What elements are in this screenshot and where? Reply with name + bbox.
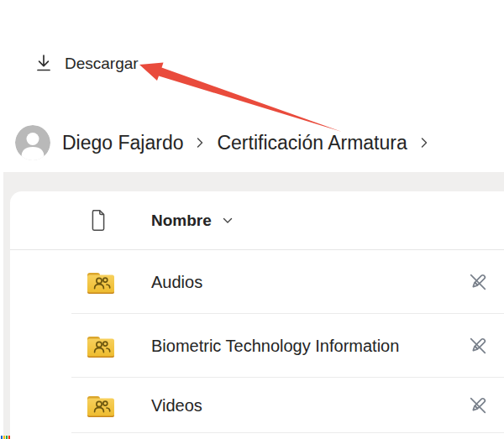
download-button[interactable]: Descargar (30, 50, 144, 76)
file-row[interactable]: Biometric Technology Information (10, 314, 504, 378)
avatar (15, 125, 50, 160)
onedrive-page: Descargar Diego Fajardo Certificación Ar… (0, 0, 504, 439)
shared-folder-icon (86, 332, 116, 360)
breadcrumb: Diego Fajardo Certificación Armatura (15, 125, 429, 160)
clipped-app-logo-fragment (1, 436, 10, 439)
edit-blocked-icon (467, 271, 489, 293)
type-column-header[interactable] (87, 209, 109, 232)
file-list-header: Nombre (10, 191, 504, 250)
shared-folder-icon (86, 391, 116, 420)
file-row[interactable]: Videos (10, 378, 504, 433)
name-column-header[interactable]: Nombre (151, 212, 233, 230)
breadcrumb-item-diego-fajardo[interactable]: Diego Fajardo (62, 132, 183, 154)
download-icon (35, 54, 52, 73)
shared-folder-icon (86, 268, 116, 296)
edit-blocked-icon (467, 395, 489, 416)
edit-blocked-icon (467, 335, 489, 357)
chevron-right-icon (195, 135, 205, 150)
chevron-right-icon (419, 135, 429, 150)
name-column-label: Nombre (151, 212, 212, 230)
file-name[interactable]: Videos (151, 396, 202, 415)
row-separator (71, 432, 504, 433)
chevron-down-icon (223, 217, 233, 224)
file-list-card: Nombre (10, 191, 504, 439)
file-name[interactable]: Biometric Technology Information (151, 337, 399, 356)
annotation-arrow-shape (139, 63, 342, 133)
download-label: Descargar (65, 55, 139, 73)
file-row[interactable]: Audios (10, 250, 504, 314)
file-name[interactable]: Audios (151, 273, 202, 292)
breadcrumb-item-certificacion-armatura[interactable]: Certificación Armatura (217, 132, 407, 154)
document-icon (90, 209, 107, 232)
